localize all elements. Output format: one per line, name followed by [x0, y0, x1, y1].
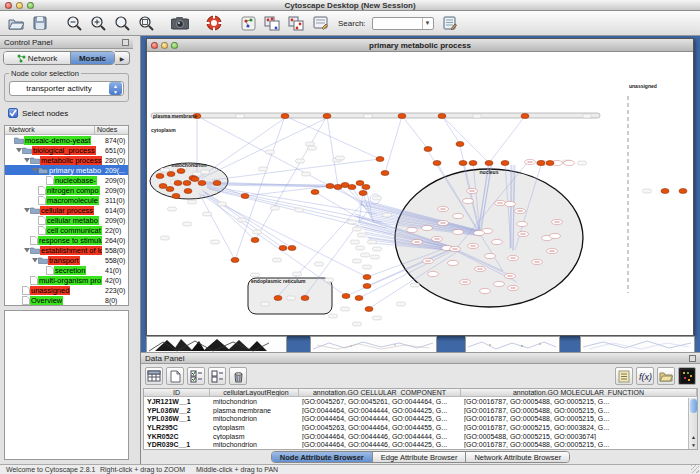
column-header[interactable]: ID	[144, 389, 210, 396]
disclosure-triangle-icon[interactable]	[31, 257, 38, 263]
graph-node[interactable]	[521, 114, 529, 119]
graph-node[interactable]	[323, 114, 331, 119]
annotation-icon[interactable]	[310, 13, 330, 33]
help-icon[interactable]	[204, 13, 224, 33]
close-button[interactable]	[5, 2, 12, 9]
network-window-titlebar[interactable]: primary metabolic process	[147, 39, 693, 52]
graph-node[interactable]	[355, 296, 363, 301]
node-color-combo[interactable]: transporter activity ▲▼	[9, 81, 124, 96]
graph-node[interactable]	[342, 294, 350, 299]
select-nodes-checkbox[interactable]	[8, 108, 18, 118]
zoom-in-icon[interactable]	[88, 13, 108, 33]
graph-node[interactable]	[459, 161, 467, 166]
import-table-icon[interactable]	[145, 367, 163, 385]
tree-row-secretion[interactable]: secretion41(0)	[5, 265, 128, 275]
table-row[interactable]: YKR052Ccytoplasm[GO:0044464, GO:0044446,…	[144, 432, 697, 441]
resize-grip[interactable]	[691, 465, 699, 473]
table-scrollbar[interactable]: ▲ ▼	[688, 398, 697, 449]
tree-row-nucleobase-[interactable]: nucleobase-209(0)	[5, 175, 128, 185]
graph-node[interactable]	[183, 181, 191, 186]
graph-node[interactable]	[166, 187, 174, 192]
graph-node[interactable]	[172, 194, 180, 199]
tree-row-cellular-process[interactable]: cellular process614(0)	[5, 205, 128, 215]
tree-row-nitrogen-compo[interactable]: nitrogen compo209(0)	[5, 185, 128, 195]
net-zoom-button[interactable]	[171, 42, 178, 49]
tab-node-attribute-browser[interactable]: Node Attribute Browser	[272, 452, 373, 462]
tree-row-mosaic-demo-yeast[interactable]: mosaic-demo-yeast874(0)	[5, 135, 128, 145]
graph-node[interactable]	[198, 181, 206, 186]
tree-col-network[interactable]: Network	[5, 126, 95, 134]
table-row[interactable]: YDR039C__1mitochondrion[GO:0044464, GO:0…	[144, 440, 697, 449]
graph-node[interactable]	[274, 296, 282, 301]
tree-row-response-to-stimulu[interactable]: response to stimulu264(0)	[5, 235, 128, 245]
graph-node[interactable]	[679, 189, 687, 194]
zoom-fit-icon[interactable]	[136, 13, 156, 33]
tree-row-establishment-of-lo[interactable]: establishment of lo558(0)	[5, 245, 128, 255]
graph-node[interactable]	[433, 161, 441, 166]
graph-node[interactable]	[359, 191, 367, 196]
graph-node[interactable]	[311, 190, 319, 195]
disclosure-triangle-icon[interactable]	[23, 157, 30, 163]
open-file-icon[interactable]	[6, 13, 26, 33]
new-attribute-icon[interactable]	[166, 367, 184, 385]
tab-network[interactable]: Network	[4, 52, 70, 64]
save-session-icon[interactable]	[30, 13, 50, 33]
graph-node[interactable]	[363, 284, 371, 289]
tree-row-unassigned[interactable]: unassigned223(0)	[5, 285, 128, 295]
graph-node[interactable]	[546, 161, 554, 166]
disclosure-triangle-icon[interactable]	[23, 207, 30, 213]
unselect-attributes-icon[interactable]	[208, 367, 226, 385]
search-input[interactable]: ▼	[372, 17, 434, 30]
graph-node[interactable]	[485, 161, 493, 166]
graph-node[interactable]	[191, 177, 199, 182]
column-header[interactable]: annotation.GO MOLECULAR_FUNCTION	[461, 389, 697, 396]
graph-node[interactable]	[537, 161, 545, 166]
graph-node[interactable]	[398, 114, 406, 119]
function-builder-icon[interactable]: f(x)	[636, 367, 654, 385]
tree-row-cellular-metabo[interactable]: cellular metabo209(0)	[5, 215, 128, 225]
net-minimize-button[interactable]	[161, 42, 168, 49]
table-row[interactable]: YLR295Ccytoplasm[GO:0045263, GO:0044464,…	[144, 423, 697, 432]
graph-node[interactable]	[376, 157, 384, 162]
graph-node[interactable]	[424, 147, 432, 152]
more-tabs-button[interactable]: ▶	[115, 51, 130, 65]
minimize-button[interactable]	[16, 2, 23, 9]
background-window-fragment[interactable]	[465, 336, 560, 352]
save-attributes-icon[interactable]	[440, 13, 460, 33]
graph-node[interactable]	[251, 238, 259, 243]
graph-node[interactable]	[362, 185, 370, 190]
graph-node[interactable]	[365, 307, 373, 312]
graph-node[interactable]	[381, 171, 389, 176]
graph-node[interactable]	[156, 174, 164, 179]
table-row[interactable]: YPL036W__2plasma membrane[GO:0044464, GO…	[144, 406, 697, 415]
tree-row-multi-organism-pro[interactable]: multi-organism pro42(0)	[5, 275, 128, 285]
zoom-selected-icon[interactable]	[112, 13, 132, 33]
graph-node[interactable]	[184, 189, 192, 194]
graph-node[interactable]	[279, 246, 287, 251]
disclosure-triangle-icon[interactable]	[31, 167, 38, 173]
graph-node[interactable]	[167, 172, 175, 177]
table-row[interactable]: YPL036W__1mitochondrion[GO:0044464, GO:0…	[144, 414, 697, 423]
graph-node[interactable]	[174, 181, 182, 186]
attribute-list-icon[interactable]	[615, 367, 633, 385]
graph-node[interactable]	[438, 114, 446, 119]
graph-node[interactable]	[301, 296, 309, 301]
matrix-icon[interactable]	[678, 367, 696, 385]
disclosure-triangle-icon[interactable]	[15, 147, 22, 153]
scroll-down-icon[interactable]: ▼	[689, 441, 698, 449]
delete-attribute-icon[interactable]	[229, 367, 247, 385]
disclosure-triangle-icon[interactable]	[23, 247, 30, 253]
column-header[interactable]: _cellularLayoutRegion	[210, 389, 299, 396]
tree-row-overview[interactable]: Overview8(0)	[5, 295, 128, 305]
graph-node[interactable]	[356, 181, 364, 186]
net-close-button[interactable]	[151, 42, 158, 49]
tree-row-biological-process[interactable]: biological_process651(0)	[5, 145, 128, 155]
zoom-button[interactable]	[27, 2, 34, 9]
select-attributes-icon[interactable]	[187, 367, 205, 385]
graph-node[interactable]	[661, 189, 669, 194]
tab-edge-attribute-browser[interactable]: Edge Attribute Browser	[373, 452, 467, 462]
graph-node[interactable]	[213, 181, 221, 186]
graph-node[interactable]	[177, 169, 185, 174]
graph-node[interactable]	[363, 275, 371, 280]
import-file-icon[interactable]	[657, 367, 675, 385]
